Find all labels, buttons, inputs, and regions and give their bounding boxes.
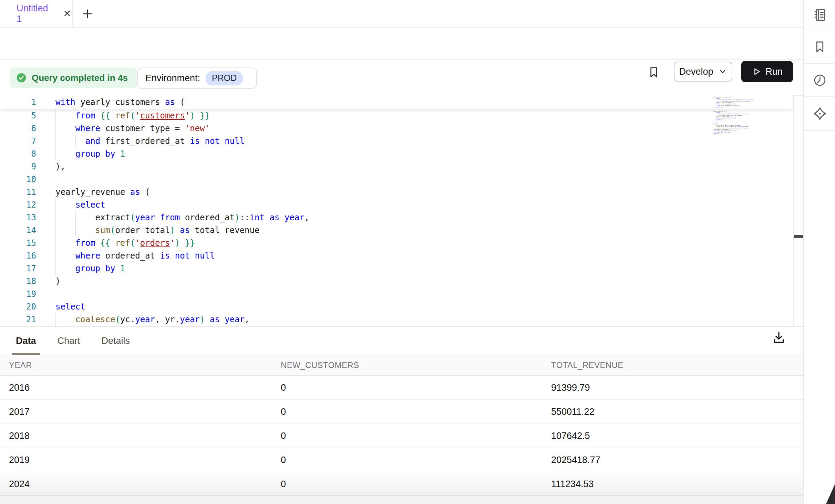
- table-cell-total_revenue: 107642.5: [551, 431, 803, 441]
- table-row: 201902025418.77: [0, 448, 803, 472]
- bookmark-button[interactable]: [647, 65, 661, 79]
- run-button[interactable]: Run: [741, 61, 793, 82]
- environment-selector[interactable]: Environment: PROD: [137, 67, 257, 89]
- scrollbar-cursor-marker[interactable]: [794, 235, 803, 238]
- check-circle-icon: [16, 72, 27, 83]
- line-number: 14: [0, 224, 36, 237]
- sidebar-item-history[interactable]: [804, 64, 835, 97]
- line-number: 6: [0, 122, 36, 135]
- sidebar-item-notebook[interactable]: [804, 0, 835, 30]
- download-results-button[interactable]: [771, 330, 787, 346]
- code-line-9[interactable]: 9),: [0, 160, 710, 173]
- code-line-1[interactable]: 1with yearly_customers as (: [0, 95, 710, 109]
- environment-value-chip: PROD: [206, 71, 243, 85]
- code-text: with yearly_customers as (: [55, 95, 185, 109]
- table-row: 20240111234.53: [0, 472, 803, 496]
- right-sidebar: [803, 0, 835, 504]
- notebook-icon: [813, 8, 827, 22]
- tab-chart[interactable]: Chart: [53, 327, 84, 355]
- code-text: sum(order_total) as total_revenue: [55, 224, 259, 237]
- code-line-5[interactable]: 5 from {{ ref('customers') }}: [0, 109, 710, 122]
- code-line-11[interactable]: 11yearly_revenue as (: [0, 186, 710, 199]
- line-number: 11: [0, 186, 36, 199]
- code-text: where ordered_at is not null: [55, 250, 215, 262]
- line-number: 19: [0, 288, 36, 301]
- line-number: 21: [0, 313, 36, 326]
- tab-untitled-1[interactable]: Untitled 1 ✕: [0, 0, 72, 28]
- code-line-21[interactable]: 21 coalesce(yc.year, yr.year) as year,: [0, 313, 710, 326]
- history-icon: [813, 73, 827, 87]
- table-row: 20180107642.5: [0, 424, 803, 448]
- code-line-19[interactable]: 19: [0, 288, 710, 301]
- table-cell-year: 2019: [9, 455, 281, 465]
- sql-ide-window: Untitled 1 ✕ Develop Run: [0, 0, 835, 504]
- code-text: yearly_revenue as (: [55, 186, 150, 199]
- code-line-14[interactable]: 14 sum(order_total) as total_revenue: [0, 224, 710, 237]
- table-cell-total_revenue: 550011.22: [551, 407, 803, 417]
- sql-code-editor[interactable]: 5 from {{ ref('customers') }}6 where cus…: [0, 92, 803, 326]
- table-cell-year: 2018: [9, 431, 281, 441]
- code-text: ): [55, 275, 60, 288]
- new-tab-button[interactable]: [80, 6, 95, 21]
- sticky-scroll-line[interactable]: 1with yearly_customers as (: [0, 95, 792, 109]
- line-number: 5: [0, 109, 36, 122]
- tab-title: Untitled 1: [17, 3, 56, 24]
- code-line-16[interactable]: 16 where ordered_at is not null: [0, 250, 710, 262]
- sidebar-item-bookmarks[interactable]: [804, 30, 835, 64]
- bookmark-icon: [647, 65, 661, 79]
- code-line-10[interactable]: 10: [0, 173, 710, 186]
- code-line-7[interactable]: 7 and first_ordered_at is not null: [0, 135, 710, 148]
- code-text: select: [55, 301, 85, 313]
- code-line-17[interactable]: 17 group by 1: [0, 262, 710, 275]
- code-line-12[interactable]: 12 select: [0, 199, 710, 211]
- tab-data[interactable]: Data: [12, 327, 40, 355]
- code-text: extract(year from ordered_at)::int as ye…: [55, 211, 309, 224]
- table-cell-year: 2016: [9, 382, 281, 393]
- line-number: 7: [0, 135, 36, 148]
- develop-dropdown-button[interactable]: Develop: [674, 62, 732, 82]
- results-table-header: YEAR NEW_CUSTOMERS TOTAL_REVENUE: [0, 355, 803, 376]
- table-cell-year: 2017: [9, 407, 281, 417]
- code-line-8[interactable]: 8 group by 1: [0, 148, 710, 160]
- table-cell-new_customers: 0: [281, 479, 551, 490]
- results-tab-bar: Data Chart Details: [0, 327, 803, 355]
- code-line-6[interactable]: 6 where customer_type = 'new': [0, 122, 710, 135]
- line-number: 15: [0, 237, 36, 250]
- line-number: 18: [0, 275, 36, 288]
- code-text: group by 1: [55, 148, 125, 160]
- chevron-down-icon: [718, 67, 727, 76]
- column-header-new-customers: NEW_CUSTOMERS: [281, 360, 551, 370]
- tab-details[interactable]: Details: [97, 327, 134, 355]
- editor-tab-bar: Untitled 1 ✕: [0, 0, 803, 28]
- results-panel: Data Chart Details YEAR NEW_CUSTOMERS TO…: [0, 326, 803, 504]
- line-number: 9: [0, 160, 36, 173]
- horizontal-scrollbar[interactable]: [0, 495, 803, 504]
- sidebar-item-dbt[interactable]: [804, 97, 835, 131]
- code-text: group by 1: [55, 262, 125, 275]
- line-number: 13: [0, 211, 36, 224]
- line-number: 10: [0, 173, 36, 186]
- code-text: ),: [55, 160, 65, 173]
- minimap-line: order by 1: [713, 133, 756, 134]
- table-cell-new_customers: 0: [281, 431, 551, 441]
- code-line-20[interactable]: 20select: [0, 301, 710, 313]
- line-number: 8: [0, 148, 36, 160]
- line-number: 17: [0, 262, 36, 275]
- table-cell-new_customers: 0: [281, 455, 551, 465]
- main-panel: Untitled 1 ✕ Develop Run: [0, 0, 803, 504]
- minimap[interactable]: with yearly_customers as ( select extrac…: [713, 96, 756, 135]
- code-line-18[interactable]: 18): [0, 275, 710, 288]
- column-header-year: YEAR: [9, 360, 281, 370]
- code-line-13[interactable]: 13 extract(year from ordered_at)::int as…: [0, 211, 710, 224]
- code-text: from {{ ref('orders') }}: [55, 237, 195, 250]
- environment-label: Environment:: [145, 73, 200, 84]
- code-line-15[interactable]: 15 from {{ ref('orders') }}: [0, 237, 710, 250]
- run-label: Run: [765, 66, 783, 77]
- editor-scrollbar-track[interactable]: [793, 95, 803, 326]
- line-number: 12: [0, 199, 36, 211]
- table-cell-new_customers: 0: [281, 382, 551, 393]
- code-text: select: [55, 199, 105, 211]
- tab-close-icon[interactable]: ✕: [62, 9, 72, 19]
- code-text: where customer_type = 'new': [55, 122, 210, 135]
- column-header-total-revenue: TOTAL_REVENUE: [551, 360, 803, 370]
